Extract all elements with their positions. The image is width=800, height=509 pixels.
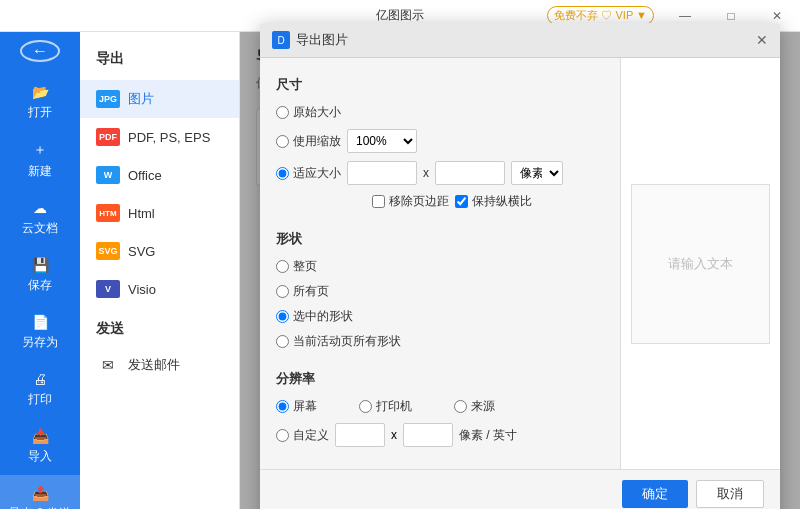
original-size-label: 原始大小 <box>293 104 341 121</box>
all-pages-radio[interactable] <box>276 285 289 298</box>
original-size-row: 原始大小 <box>276 104 604 121</box>
res-x-separator: x <box>391 428 397 442</box>
office-nav-label: Office <box>128 168 162 183</box>
svg-nav-label: SVG <box>128 244 155 259</box>
export-nav-visio[interactable]: V Visio <box>80 270 239 308</box>
whole-page-option[interactable]: 整页 <box>276 258 317 275</box>
selected-shapes-row: 选中的形状 <box>276 308 604 325</box>
export-nav-email[interactable]: ✉ 发送邮件 <box>80 346 239 384</box>
app-body: ← 📂 打开 ＋ 新建 ☁ 云文档 💾 保存 📄 另存为 🖨 打印 📥 导入 <box>0 32 800 509</box>
resolution-section-title: 分辨率 <box>276 370 604 388</box>
export-dialog: D 导出图片 ✕ 尺寸 <box>260 23 780 509</box>
fit-size-radio[interactable] <box>276 167 289 180</box>
remove-margins-label: 移除页边距 <box>389 193 449 210</box>
sidebar-item-export[interactable]: 📤 导出 & 发送 <box>0 475 80 509</box>
res-y-input[interactable]: 96 <box>403 423 453 447</box>
image-nav-icon: JPG <box>96 90 120 108</box>
preview-placeholder: 请输入文本 <box>668 255 733 273</box>
res-x-input[interactable]: 96 <box>335 423 385 447</box>
height-input[interactable]: 67 <box>435 161 505 185</box>
visio-nav-label: Visio <box>128 282 156 297</box>
dialog-title-text: 导出图片 <box>296 31 348 49</box>
source-option[interactable]: 来源 <box>454 398 495 415</box>
remove-margins-checkbox[interactable] <box>372 195 385 208</box>
confirm-button[interactable]: 确定 <box>622 480 688 508</box>
keep-ratio-checkbox[interactable] <box>455 195 468 208</box>
export-nav-html[interactable]: HTM Html <box>80 194 239 232</box>
export-nav-svg[interactable]: SVG SVG <box>80 232 239 270</box>
saveas-label: 另存为 <box>22 334 58 351</box>
current-page-option[interactable]: 当前活动页所有形状 <box>276 333 401 350</box>
all-pages-option[interactable]: 所有页 <box>276 283 329 300</box>
preview-box: 请输入文本 <box>631 184 770 344</box>
use-scale-radio[interactable] <box>276 135 289 148</box>
custom-label: 自定义 <box>293 427 329 444</box>
export-nav-pdf[interactable]: PDF PDF, PS, EPS <box>80 118 239 156</box>
use-scale-option[interactable]: 使用缩放 <box>276 133 341 150</box>
dialog-body: 尺寸 原始大小 使用缩放 <box>260 58 780 469</box>
export-nav-image[interactable]: JPG 图片 <box>80 80 239 118</box>
sidebar-item-new[interactable]: ＋ 新建 <box>0 131 80 190</box>
sidebar-item-save[interactable]: 💾 保存 <box>0 247 80 304</box>
open-label: 打开 <box>28 104 52 121</box>
new-label: 新建 <box>28 163 52 180</box>
dialog-preview: 请输入文本 <box>620 58 780 469</box>
screen-label: 屏幕 <box>293 398 317 415</box>
dialog-overlay: D 导出图片 ✕ 尺寸 <box>240 32 800 509</box>
source-radio[interactable] <box>454 400 467 413</box>
pdf-nav-label: PDF, PS, EPS <box>128 130 210 145</box>
export-nav-office[interactable]: W Office <box>80 156 239 194</box>
selected-shapes-option[interactable]: 选中的形状 <box>276 308 353 325</box>
selected-shapes-radio[interactable] <box>276 310 289 323</box>
open-icon: 📂 <box>32 84 49 100</box>
dialog-close-button[interactable]: ✕ <box>756 32 768 48</box>
size-section-title: 尺寸 <box>276 76 604 94</box>
fit-size-option[interactable]: 适应大小 <box>276 165 341 182</box>
selected-shapes-label: 选中的形状 <box>293 308 353 325</box>
html-nav-label: Html <box>128 206 155 221</box>
printer-radio[interactable] <box>359 400 372 413</box>
new-icon: ＋ <box>33 141 47 159</box>
sidebar-item-cloud[interactable]: ☁ 云文档 <box>0 190 80 247</box>
original-size-option[interactable]: 原始大小 <box>276 104 341 121</box>
x-separator: x <box>423 166 429 180</box>
sidebar-item-print[interactable]: 🖨 打印 <box>0 361 80 418</box>
printer-label: 打印机 <box>376 398 412 415</box>
dialog-title: D 导出图片 <box>272 31 348 49</box>
scale-select[interactable]: 100% 50% 75% 150% 200% <box>347 129 417 153</box>
back-icon: ← <box>32 42 48 60</box>
cloud-icon: ☁ <box>33 200 47 216</box>
unit-select[interactable]: 像素 厘米 英寸 <box>511 161 563 185</box>
sidebar-item-import[interactable]: 📥 导入 <box>0 418 80 475</box>
width-input[interactable]: 167 <box>347 161 417 185</box>
whole-page-row: 整页 <box>276 258 604 275</box>
all-pages-label: 所有页 <box>293 283 329 300</box>
original-size-radio[interactable] <box>276 106 289 119</box>
save-label: 保存 <box>28 277 52 294</box>
back-button[interactable]: ← <box>20 40 60 62</box>
screen-radio[interactable] <box>276 400 289 413</box>
custom-radio[interactable] <box>276 429 289 442</box>
cancel-button[interactable]: 取消 <box>696 480 764 508</box>
send-section-title: 发送 <box>80 308 239 346</box>
sidebar-item-saveas[interactable]: 📄 另存为 <box>0 304 80 361</box>
dialog-title-icon: D <box>272 31 290 49</box>
current-page-radio[interactable] <box>276 335 289 348</box>
screen-option[interactable]: 屏幕 <box>276 398 317 415</box>
pdf-nav-icon: PDF <box>96 128 120 146</box>
res-unit-label: 像素 / 英寸 <box>459 427 517 444</box>
remove-margins-option[interactable]: 移除页边距 <box>372 193 449 210</box>
use-scale-row: 使用缩放 100% 50% 75% 150% 200% <box>276 129 604 153</box>
resolution-options-row: 屏幕 打印机 来源 <box>276 398 604 415</box>
email-nav-icon: ✉ <box>96 356 120 374</box>
sidebar-item-open[interactable]: 📂 打开 <box>0 74 80 131</box>
custom-option[interactable]: 自定义 <box>276 427 329 444</box>
dialog-left: 尺寸 原始大小 使用缩放 <box>260 58 620 469</box>
whole-page-label: 整页 <box>293 258 317 275</box>
whole-page-radio[interactable] <box>276 260 289 273</box>
printer-option[interactable]: 打印机 <box>359 398 412 415</box>
use-scale-label: 使用缩放 <box>293 133 341 150</box>
export-icon: 📤 <box>32 485 49 501</box>
custom-res-row: 自定义 96 x 96 像素 / 英寸 <box>276 423 604 447</box>
keep-ratio-option[interactable]: 保持纵横比 <box>455 193 532 210</box>
